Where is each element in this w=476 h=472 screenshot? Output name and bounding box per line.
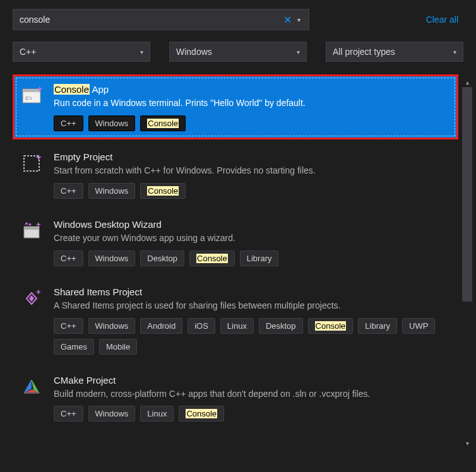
svg-text:+: + [36,289,41,297]
tag: Console [179,406,224,422]
tag: Linux [220,318,254,334]
template-title: Shared Items Project [54,286,450,297]
language-filter[interactable]: C++ ▾ [13,42,150,62]
shared-icon: + [21,286,45,310]
template-title: Windows Desktop Wizard [54,219,450,230]
template-description: A Shared Items project is used for shari… [54,300,450,312]
tag: C++ [54,251,83,266]
scroll-thumb[interactable] [462,87,472,302]
svg-text:+: + [36,154,41,162]
project-type-filter[interactable]: All project types ▾ [326,42,463,62]
tag: Windows [88,183,136,199]
platform-filter[interactable]: Windows ▾ [169,42,307,62]
tag: Windows [88,406,136,422]
tag: Library [358,318,397,334]
template-item[interactable]: +Empty ProjectStart from scratch with C+… [13,142,458,207]
scroll-down-icon[interactable]: ▾ [462,438,472,448]
template-tags: C++WindowsLinuxConsole [54,406,450,422]
template-description: Run code in a Windows terminal. Prints "… [54,97,450,109]
tag: Desktop [259,318,303,334]
template-description: Create your own Windows app using a wiza… [54,232,450,244]
template-tags: C++WindowsConsole [54,115,450,131]
template-title: CMake Project [54,375,450,386]
tag: Mobile [99,339,137,355]
template-item[interactable]: +Shared Items ProjectA Shared Items proj… [13,277,458,363]
template-title: Console App [54,84,450,95]
search-input[interactable] [20,15,281,25]
scrollbar[interactable]: ▴ ▾ [462,77,472,448]
clear-search-icon[interactable]: ✕ [281,14,294,26]
language-filter-label: C++ [20,47,36,57]
empty-icon: + [21,151,45,175]
search-history-dropdown-icon[interactable]: ▾ [294,16,304,23]
template-item[interactable]: CMake ProjectBuild modern, cross-platfor… [13,365,458,430]
chevron-down-icon: ▾ [453,49,456,56]
tag: Console [140,115,186,131]
cmake-icon [21,375,45,399]
clear-all-link[interactable]: Clear all [426,15,463,25]
template-tags: C++WindowsAndroidiOSLinuxDesktopConsoleL… [54,318,450,355]
tag: C++ [54,115,83,131]
tag: Console [308,318,354,334]
tag: C++ [54,406,83,422]
tag: Windows [88,115,136,131]
tag: UWP [402,318,435,334]
template-description: Build modern, cross-platform C++ apps th… [54,388,450,400]
chevron-down-icon: ▾ [140,49,143,56]
scroll-up-icon[interactable]: ▴ [462,77,472,87]
chevron-down-icon: ▾ [297,49,300,56]
wizard-icon: + [21,219,45,243]
tag: Desktop [140,251,184,266]
template-title: Empty Project [54,151,450,162]
tag: Console [140,183,186,199]
svg-text:C:\: C:\ [25,95,32,101]
tag: Windows [88,251,136,266]
template-tags: C++WindowsDesktopConsoleLibrary [54,251,450,266]
tag: Games [54,339,94,355]
console-icon: C:\+ [21,84,45,108]
tag: Library [240,251,279,266]
template-item[interactable]: +Windows Desktop WizardCreate your own W… [13,209,458,274]
template-item[interactable]: C:\+Console AppRun code in a Windows ter… [13,74,458,139]
tag: C++ [54,183,83,199]
tag: Windows [88,318,136,334]
svg-text:+: + [36,221,41,229]
svg-text:+: + [37,86,42,94]
search-box[interactable]: ✕ ▾ [13,9,309,30]
template-description: Start from scratch with C++ for Windows.… [54,165,450,177]
tag: C++ [54,318,83,334]
tag: iOS [187,318,215,334]
template-list: C:\+Console AppRun code in a Windows ter… [0,71,476,448]
tag: Linux [140,406,174,422]
platform-filter-label: Windows [176,47,212,57]
tag: Console [189,251,235,266]
tag: Android [140,318,182,334]
scroll-track[interactable] [462,87,472,438]
project-type-filter-label: All project types [333,47,395,57]
template-tags: C++WindowsConsole [54,183,450,199]
